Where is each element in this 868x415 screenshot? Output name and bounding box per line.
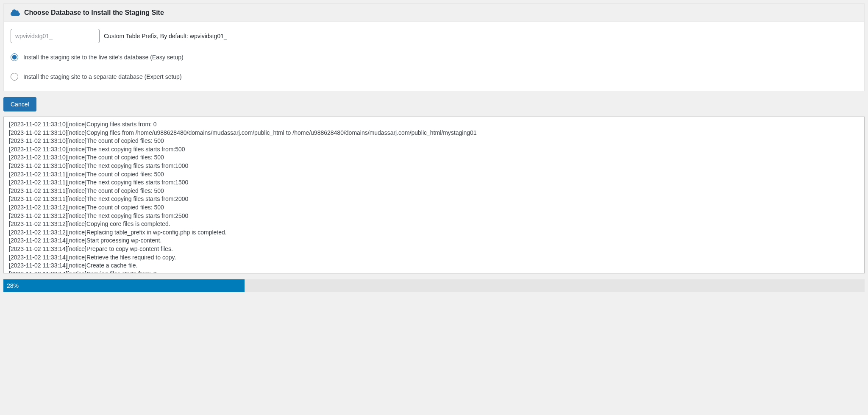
prefix-row: Custom Table Prefix, By default: wpvivid… [11, 29, 857, 43]
panel-title: Choose Database to Install the Staging S… [24, 9, 164, 17]
prefix-label: Custom Table Prefix, By default: wpvivid… [104, 33, 227, 39]
cloud-icon [11, 9, 20, 17]
panel-body: Custom Table Prefix, By default: wpvivid… [4, 22, 864, 91]
log-output[interactable]: [2023-11-02 11:33:10][notice]Copying fil… [3, 117, 865, 273]
progress-label: 28% [7, 282, 19, 289]
radio-expert-label: Install the staging site to a separate d… [23, 73, 182, 80]
radio-easy[interactable] [11, 53, 18, 61]
radio-row-easy[interactable]: Install the staging site to the live sit… [11, 53, 857, 61]
radio-easy-label: Install the staging site to the live sit… [23, 54, 184, 61]
radio-expert[interactable] [11, 73, 18, 81]
radio-row-expert[interactable]: Install the staging site to a separate d… [11, 73, 857, 81]
panel-header: Choose Database to Install the Staging S… [4, 4, 864, 22]
prefix-input[interactable] [11, 29, 100, 43]
cancel-button[interactable]: Cancel [3, 97, 36, 111]
progress-container: 28% [3, 279, 865, 292]
database-panel: Choose Database to Install the Staging S… [3, 3, 865, 91]
progress-bar: 28% [3, 279, 245, 292]
